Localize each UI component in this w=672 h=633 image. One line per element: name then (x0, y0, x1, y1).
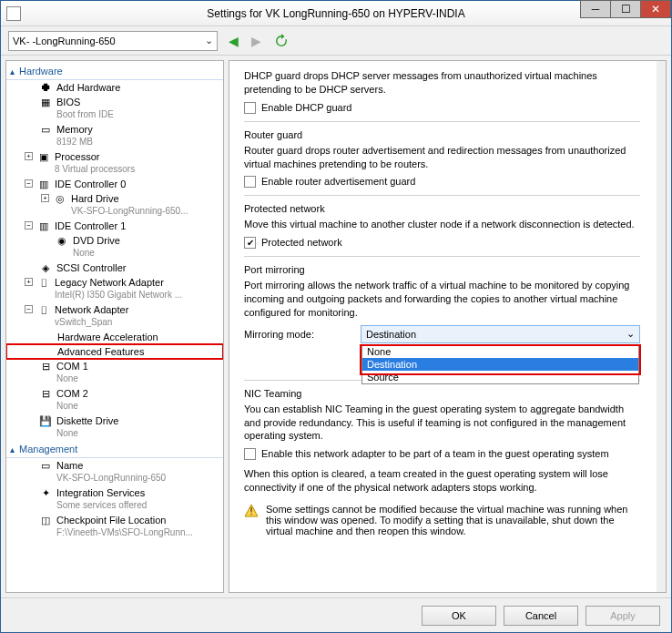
checkpoint-icon: ◫ (39, 514, 52, 526)
expand-icon[interactable]: + (25, 152, 33, 160)
divider (244, 256, 640, 257)
warning-text: Some settings cannot be modified because… (266, 504, 640, 536)
network-icon: ⌷ (37, 303, 50, 316)
checkbox-icon[interactable] (244, 102, 256, 114)
dropdown-option-destination[interactable]: Destination (362, 358, 638, 371)
dhcp-checkbox-row[interactable]: Enable DHCP guard (244, 102, 640, 114)
cancel-button[interactable]: Cancel (504, 606, 578, 626)
refresh-icon (274, 34, 289, 48)
divider (244, 195, 640, 196)
mirroring-mode-select[interactable]: Destination ⌄ None Destination Source (361, 325, 640, 343)
processor-icon: ▣ (37, 150, 50, 163)
window-title: Settings for VK LongRunning-650 on HYPER… (207, 7, 464, 20)
button-bar: OK Cancel Apply (1, 597, 671, 632)
dhcp-checkbox-label: Enable DHCP guard (261, 102, 351, 113)
tree-diskette[interactable]: 💾Diskette DriveNone (6, 413, 223, 441)
minimize-button[interactable]: ─ (580, 0, 611, 18)
svg-text:!: ! (249, 505, 252, 516)
controller-icon: ▥ (37, 178, 50, 190)
checkbox-icon[interactable] (244, 448, 256, 460)
scrollbar[interactable] (657, 61, 666, 592)
diskette-icon: 💾 (39, 414, 52, 427)
memory-icon: ▭ (39, 123, 52, 136)
window-icon (6, 6, 21, 21)
collapse-icon[interactable]: − (25, 305, 33, 313)
router-checkbox-row[interactable]: Enable router advertisement guard (244, 176, 640, 188)
com-port-icon: ⊟ (39, 387, 52, 400)
integration-icon: ✦ (39, 486, 52, 499)
dvd-icon: ◉ (56, 234, 68, 247)
tree-processor[interactable]: +▣Processor8 Virtual processors (6, 149, 223, 177)
dropdown-arrow-icon: ⌄ (626, 328, 635, 340)
dropdown-option-none[interactable]: None (362, 345, 638, 358)
router-checkbox-label: Enable router advertisement guard (261, 176, 415, 187)
dhcp-description: DHCP guard drops DHCP server messages fr… (244, 69, 640, 97)
vm-selected-label: VK- -LongRunning-650 (13, 36, 116, 46)
navigation-tree: ▴ Hardware 🞦Add Hardware ▦BIOSBoot from … (5, 60, 224, 593)
window-controls: ─ ☐ ✕ (581, 0, 671, 18)
expand-icon[interactable]: + (41, 194, 49, 202)
hardware-section[interactable]: ▴ Hardware (6, 63, 223, 80)
nic-checkbox-label: Enable this network adapter to be part o… (261, 448, 609, 459)
protected-network-title: Protected network (244, 203, 640, 214)
tree-scsi[interactable]: ◈SCSI Controller (6, 260, 223, 275)
mirroring-mode-row: Mirroring mode: Destination ⌄ None Desti… (244, 325, 640, 343)
tree-hardware-acceleration[interactable]: Hardware Acceleration (6, 330, 223, 344)
add-hardware-icon: 🞦 (39, 81, 52, 94)
toolbar: VK- -LongRunning-650 ⌄ ◀ ▶ (1, 26, 671, 56)
warning-icon: ! (244, 504, 259, 518)
tree-integration[interactable]: ✦Integration ServicesSome services offer… (6, 485, 223, 513)
back-button[interactable]: ◀ (227, 34, 240, 48)
controller-icon: ▥ (37, 220, 50, 232)
mirroring-mode-value: Destination (366, 329, 416, 340)
close-button[interactable]: ✕ (640, 0, 671, 18)
dropdown-option-source[interactable]: Source (362, 371, 638, 383)
network-icon: ⌷ (37, 276, 50, 289)
checkbox-icon[interactable] (244, 176, 256, 188)
protected-checkbox-label: Protected network (261, 237, 342, 248)
dropdown-arrow-icon: ⌄ (205, 35, 213, 46)
collapse-icon: ▴ (10, 444, 15, 454)
checkbox-icon[interactable]: ✔ (244, 237, 256, 249)
tree-name[interactable]: ▭NameVK-SFO-LongRunning-650 (6, 458, 223, 485)
collapse-icon: ▴ (10, 66, 15, 77)
tree-com2[interactable]: ⊟COM 2None (6, 386, 223, 413)
tree-com1[interactable]: ⊟COM 1None (6, 359, 223, 386)
tree-ide0[interactable]: −▥IDE Controller 0 (6, 177, 223, 191)
nic-checkbox-row[interactable]: Enable this network adapter to be part o… (244, 448, 640, 460)
settings-window: Settings for VK LongRunning-650 on HYPER… (0, 0, 672, 633)
tree-memory[interactable]: ▭Memory8192 MB (6, 122, 223, 149)
nic-note: When this option is cleared, a team crea… (244, 467, 640, 495)
content-area: ▴ Hardware 🞦Add Hardware ▦BIOSBoot from … (1, 56, 671, 597)
tree-network-adapter[interactable]: −⌷Network AdaptervSwitch_Span (6, 302, 223, 330)
protected-checkbox-row[interactable]: ✔ Protected network (244, 237, 640, 249)
tree-add-hardware[interactable]: 🞦Add Hardware (6, 80, 223, 95)
tree-legacy-network[interactable]: +⌷Legacy Network AdapterIntel(R) I350 Gi… (6, 275, 223, 302)
tree-scroll[interactable]: ▴ Hardware 🞦Add Hardware ▦BIOSBoot from … (6, 61, 223, 592)
refresh-button[interactable] (272, 34, 290, 48)
collapse-icon[interactable]: − (25, 221, 33, 230)
tree-advanced-features[interactable]: Advanced Features (6, 344, 223, 359)
collapse-icon[interactable]: − (25, 179, 33, 188)
tree-ide1[interactable]: −▥IDE Controller 1 (6, 219, 223, 233)
port-mirroring-title: Port mirroring (244, 264, 640, 275)
tree-dvd-drive[interactable]: ◉DVD DriveNone (6, 233, 223, 260)
apply-button: Apply (585, 606, 660, 626)
vm-selector[interactable]: VK- -LongRunning-650 ⌄ (8, 31, 218, 51)
ok-button[interactable]: OK (422, 606, 496, 626)
settings-panel: DHCP guard drops DHCP server messages fr… (229, 60, 667, 593)
disk-icon: ◎ (54, 192, 66, 205)
name-icon: ▭ (39, 459, 52, 472)
expand-icon[interactable]: + (25, 278, 33, 286)
maximize-button[interactable]: ☐ (610, 0, 641, 18)
protected-description: Move this virtual machine to another clu… (244, 218, 640, 231)
router-guard-title: Router guard (244, 129, 640, 140)
management-section[interactable]: ▴ Management (6, 441, 223, 458)
chip-icon: ▦ (39, 96, 52, 108)
mirror-description: Port mirroring allows the network traffi… (244, 279, 640, 320)
divider (244, 121, 640, 122)
tree-checkpoint[interactable]: ◫Checkpoint File LocationF:\Vineeth-VMs\… (6, 513, 223, 540)
tree-hard-drive[interactable]: +◎Hard DriveVK-SFO-LongRunning-650... (6, 191, 223, 219)
tree-bios[interactable]: ▦BIOSBoot from IDE (6, 95, 223, 122)
warning-row: ! Some settings cannot be modified becau… (244, 504, 640, 536)
